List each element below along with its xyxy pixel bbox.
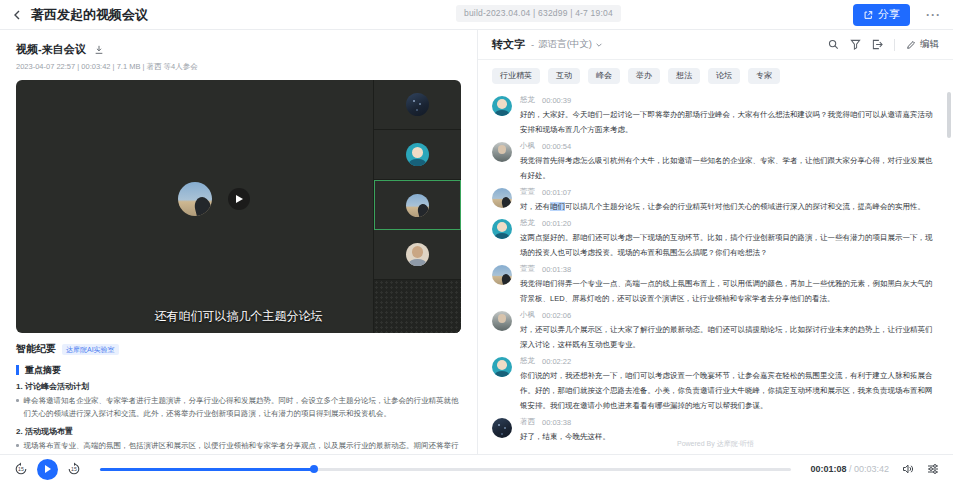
video-subtitle: 还有咱们可以搞几个主题分论坛 [16,308,461,325]
participant-avatar [406,143,429,166]
edit-button[interactable]: 编辑 [906,38,939,51]
message-timestamp[interactable]: 00:02:06 [542,311,571,320]
speaker-name: 萱萱 [520,187,535,197]
summary-item-body: 峰会将邀请知名企业家、专家学者进行主题演讲，分享行业心得和发展趋势。同时，会设立… [24,394,462,420]
message-timestamp[interactable]: 00:01:20 [542,219,571,228]
filter-icon[interactable] [850,39,861,50]
transcript-message: 萱萱00:01:07对，还有咱们可以搞几个主题分论坛，让参会的行业精英针对他们关… [492,187,939,214]
chevron-left-icon [12,10,22,20]
message-text[interactable]: 对，还可以弄几个展示区，让大家了解行业的最新动态。咱们还可以搞援助论坛，比如探讨… [520,322,939,352]
play-button[interactable] [37,459,58,480]
title-dash: - [531,39,534,50]
source-language-selector[interactable]: 源语言(中文) [538,38,603,51]
participant-avatar [406,93,429,116]
keyword-chip[interactable]: 举办 [628,68,660,84]
participant-tile[interactable] [374,230,461,280]
top-bar: 著西发起的视频会议 build-2023.04.04 | 632d99 | 4-… [0,0,953,30]
svg-text:15: 15 [71,466,77,472]
share-button-label: 分享 [878,7,900,22]
speaker-avatar [492,311,512,331]
more-menu-button[interactable]: ··· [926,8,941,22]
ai-lab-badge: 达摩院AI实验室 [62,344,119,355]
playback-bar: 15 15 00:01:08 / 00:03:42 [0,454,953,483]
message-timestamp[interactable]: 00:03:38 [542,418,571,427]
skip-back-15-button[interactable]: 15 [14,462,28,476]
export-icon[interactable] [872,39,883,50]
video-panel: 视频-来自会议 2023-04-07 22:57 | 00:03:42 | 7.… [0,30,477,454]
skip-forward-15-button[interactable]: 15 [67,462,81,476]
message-text[interactable]: 我觉得咱们得弄一个专业一点、高端一点的线上氛围布置上，可以用低调的颜色，再加上一… [520,276,939,306]
transcript-message: 怒龙00:01:20这两点挺好的。那咱们还可以考虑一下现场的互动环节。比如，搞个… [492,218,939,260]
share-icon [863,10,873,20]
download-icon[interactable] [94,45,104,55]
speaker-avatar [492,418,512,438]
keyword-chip[interactable]: 行业精英 [492,68,540,84]
message-timestamp[interactable]: 00:02:22 [542,357,571,366]
video-player[interactable]: 还有咱们可以搞几个主题分论坛 [16,80,461,333]
progress-handle[interactable] [310,465,318,473]
transcript-message: 萱萱00:01:38我觉得咱们得弄一个专业一点、高端一点的线上氛围布置上，可以用… [492,264,939,306]
message-timestamp[interactable]: 00:00:39 [542,96,571,105]
summary-item-body: 现场将布置专业、高端的氛围，包括演讲区和展示区，以便行业领袖和专家学者分享观点，… [24,439,462,454]
keyword-chip[interactable]: 想法 [668,68,700,84]
keyword-chip[interactable]: 互动 [548,68,580,84]
message-timestamp[interactable]: 00:01:07 [542,188,571,197]
message-text[interactable]: 我觉得首先得考虑怎么吸引杭州有个大牛，比如邀请一些知名的企业家、专家、学者，让他… [520,153,939,183]
message-timestamp[interactable]: 00:00:54 [542,142,571,151]
source-language-label: 源语言(中文) [538,38,592,51]
transcript-message: 小枫00:02:06对，还可以弄几个展示区，让大家了解行业的最新动态。咱们还可以… [492,310,939,352]
search-icon[interactable] [828,39,839,50]
message-text[interactable]: 你们说的对，我还想补充一下，咱们可以考虑设置一个晚宴环节，让参会嘉宾在轻松的氛围… [520,368,939,413]
summary-item: 1. 讨论峰会活动计划峰会将邀请知名企业家、专家学者进行主题演讲，分享行业心得和… [16,381,461,420]
edit-button-label: 编辑 [920,38,939,51]
transcript-message: 小枫00:00:54我觉得首先得考虑怎么吸引杭州有个大牛，比如邀请一些知名的企业… [492,141,939,183]
svg-text:15: 15 [18,466,24,472]
transcript-message: 怒龙00:00:39好的，大家好。今天咱们一起讨论一下即将举办的那场行业峰会，大… [492,95,939,137]
keyword-chip[interactable]: 峰会 [588,68,620,84]
speaker-name: 怒龙 [520,356,535,366]
speaker-avatar [492,265,512,285]
main-speaker-stage [16,80,373,333]
summary-list: 1. 讨论峰会活动计划峰会将邀请知名企业家、专家学者进行主题演讲，分享行业心得和… [16,381,461,454]
keyword-chips: 行业精英互动峰会举办想法论坛专家 [478,60,953,89]
keyword-chip[interactable]: 专家 [748,68,780,84]
build-info-badge: build-2023.04.04 | 632d99 | 4-7 19:04 [456,5,621,22]
speaker-name: 小枫 [520,141,535,151]
participant-avatar [406,243,429,266]
total-time: 00:03:42 [854,464,889,474]
toolbar-divider [894,39,895,51]
time-display: 00:01:08 / 00:03:42 [810,464,889,474]
playhead-highlight: 咱们 [550,202,565,211]
message-text[interactable]: 好的，大家好。今天咱们一起讨论一下即将举办的那场行业峰会，大家有什么想法和建议吗… [520,107,939,137]
speaker-name: 怒龙 [520,95,535,105]
strip-filler [374,280,461,333]
back-button[interactable] [12,10,22,20]
share-button[interactable]: 分享 [853,4,910,26]
progress-bar[interactable] [100,468,791,471]
transcript-panel: 转文字 - 源语言(中文) 编辑 行业精英互动峰会举办想法论 [477,30,953,454]
message-timestamp[interactable]: 00:01:38 [542,265,571,274]
participant-tile[interactable] [374,80,461,130]
message-text[interactable]: 对，还有咱们可以搞几个主题分论坛，让参会的行业精英针对他们关心的领域进行深入的探… [520,199,939,214]
progress-fill [100,468,314,471]
summary-item-heading: 2. 活动现场布置 [16,426,461,437]
speaker-avatar [492,219,512,239]
speaker-avatar [492,357,512,377]
speaker-name: 著西 [520,417,535,427]
summary-item-heading: 1. 讨论峰会活动计划 [16,381,461,392]
speaker-avatar [492,142,512,162]
participant-tile[interactable] [374,130,461,180]
keyword-chip[interactable]: 论坛 [708,68,740,84]
volume-icon[interactable] [902,463,914,475]
video-file-title: 视频-来自会议 [16,42,86,57]
message-text[interactable]: 这两点挺好的。那咱们还可以考虑一下现场的互动环节。比如，搞个行业创新项目的路演，… [520,230,939,260]
participant-tile-active[interactable] [374,180,461,230]
video-file-meta: 2023-04-07 22:57 | 00:03:42 | 7.1 MB | 著… [16,62,461,72]
video-play-overlay-button[interactable] [228,188,250,210]
bullet-dot [16,399,19,402]
scrollbar-thumb[interactable] [947,92,951,138]
powered-by-label: Powered By 达摩院·听悟 [478,439,953,449]
playback-settings-icon[interactable] [927,463,939,475]
speaker-avatar [492,96,512,116]
play-icon [45,465,51,473]
